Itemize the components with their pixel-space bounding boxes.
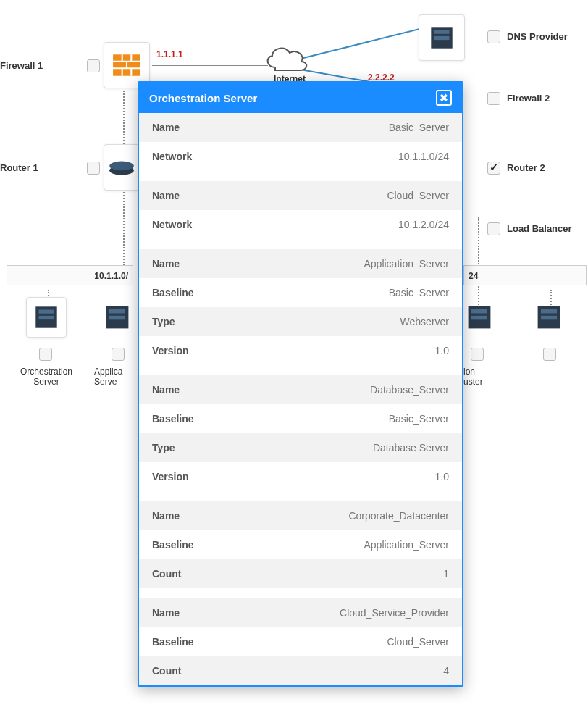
firewall1-label: Firewall 1 (0, 60, 43, 71)
svg-point-12 (109, 162, 134, 171)
property-value: 4 (443, 665, 449, 677)
property-value: 10.1.2.0/24 (398, 219, 449, 230)
svg-rect-21 (471, 316, 487, 320)
orchestration-server-label: OrchestrationServer (10, 367, 83, 387)
server-icon (533, 301, 565, 333)
loadbalancer-checkbox[interactable] (487, 222, 500, 235)
property-row: Count1 (139, 559, 462, 588)
property-key: Version (152, 345, 189, 356)
subnet2-label: 24 (469, 271, 478, 281)
svg-rect-23 (541, 309, 557, 314)
server-icon (463, 301, 495, 333)
application-server-label: ApplicaServe (94, 367, 138, 387)
property-value: Basic_Server (389, 122, 449, 133)
svg-rect-10 (434, 36, 450, 40)
property-value: Database_Server (370, 384, 449, 396)
firewall2-checkbox[interactable] (487, 92, 500, 105)
router2-label: Router 2 (507, 162, 545, 173)
property-value: Corporate_Datacenter (348, 510, 449, 522)
right-checkbox-1[interactable] (471, 348, 484, 361)
firewall-icon (112, 50, 142, 80)
property-key: Version (152, 471, 189, 482)
subnet-bar-left: 10.1.1.0/ (7, 265, 133, 285)
svg-rect-17 (109, 309, 125, 314)
loadbalancer-label: Load Balancer (507, 223, 572, 234)
property-key: Baseline (152, 413, 194, 425)
firewall2-label: Firewall 2 (507, 93, 550, 104)
internet-node[interactable] (261, 40, 311, 79)
property-value: Database Server (373, 442, 449, 453)
svg-rect-15 (39, 316, 54, 319)
router2-checkbox[interactable] (487, 162, 500, 175)
property-value: 1.0 (435, 471, 449, 482)
property-value: 10.1.1.0/24 (398, 151, 449, 162)
property-value: 1 (443, 568, 449, 580)
svg-rect-24 (541, 316, 557, 320)
property-row: NameCloud_Server (139, 181, 462, 210)
dialog-body: NameBasic_ServerNetwork10.1.1.0/24NameCl… (139, 113, 462, 685)
property-row: NameCloud_Service_Provider (139, 598, 462, 627)
property-row: BaselineApplication_Server (139, 530, 462, 559)
property-row: Network10.1.1.0/24 (139, 142, 462, 171)
property-key: Network (152, 219, 192, 230)
right-server-node-1[interactable] (463, 297, 500, 338)
close-icon: ✖ (440, 92, 448, 104)
right-node-label: ionuster (463, 367, 500, 387)
router1-node[interactable] (104, 144, 140, 191)
property-value: Application_Server (364, 539, 449, 551)
property-row: Version1.0 (139, 462, 462, 491)
property-value: Application_Server (364, 258, 449, 269)
dns-node[interactable] (419, 14, 465, 61)
property-key: Count (152, 665, 181, 677)
property-row: TypeDatabase Server (139, 433, 462, 462)
property-key: Name (152, 607, 180, 619)
property-key: Baseline (152, 539, 194, 551)
svg-rect-14 (39, 310, 54, 314)
property-key: Name (152, 384, 180, 396)
property-row: Network10.1.2.0/24 (139, 210, 462, 239)
property-value: Cloud_Server (387, 636, 449, 648)
property-value: Cloud_Server (387, 190, 449, 201)
orchestration-server-dialog: Orchestration Server ✖ NameBasic_ServerN… (138, 81, 463, 687)
property-key: Name (152, 190, 180, 201)
property-key: Network (152, 151, 192, 162)
application-server-node-partial[interactable] (101, 297, 138, 338)
dialog-header[interactable]: Orchestration Server ✖ (139, 83, 462, 113)
property-row: NameCorporate_Datacenter (139, 501, 462, 530)
property-key: Type (152, 316, 175, 327)
property-key: Name (152, 510, 180, 522)
property-key: Name (152, 258, 180, 269)
orchestration-server-checkbox[interactable] (39, 348, 52, 361)
property-value: Webserver (400, 316, 449, 327)
dialog-title: Orchestration Server (149, 92, 257, 104)
right-checkbox-2[interactable] (543, 348, 556, 361)
property-row: BaselineBasic_Server (139, 404, 462, 433)
firewall1-checkbox[interactable] (87, 59, 100, 72)
subnet-bar-right: 24 (463, 265, 587, 285)
property-row: NameApplication_Server (139, 249, 462, 278)
orchestration-server-node[interactable] (26, 297, 67, 338)
property-row: Version1.0 (139, 336, 462, 365)
property-value: Basic_Server (389, 287, 449, 298)
property-key: Name (152, 122, 180, 133)
dialog-close-button[interactable]: ✖ (436, 90, 452, 106)
property-row: BaselineCloud_Server (139, 627, 462, 656)
right-server-node-2[interactable] (533, 297, 569, 338)
firewall1-ip: 1.1.1.1 (156, 49, 183, 59)
cloud-icon (261, 40, 311, 76)
dns-checkbox[interactable] (487, 30, 500, 43)
server-icon (427, 22, 457, 53)
property-key: Count (152, 568, 181, 580)
router-icon (106, 152, 137, 183)
router1-checkbox[interactable] (87, 162, 100, 175)
property-value: Basic_Server (389, 413, 449, 425)
subnet1-label: 10.1.1.0/ (94, 266, 128, 286)
dns-label: DNS Provider (507, 31, 568, 42)
application-server-checkbox[interactable] (112, 348, 125, 361)
property-row: TypeWebserver (139, 307, 462, 336)
property-value: 1.0 (435, 345, 449, 356)
router1-label: Router 1 (0, 162, 38, 173)
svg-rect-18 (109, 316, 125, 320)
property-key: Baseline (152, 287, 194, 298)
property-row: Count4 (139, 656, 462, 685)
